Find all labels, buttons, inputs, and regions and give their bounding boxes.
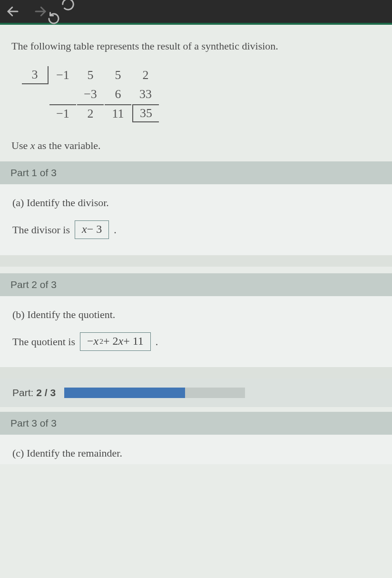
part-2-header: Part 2 of 3 xyxy=(0,273,392,296)
tableau-cell: −3 xyxy=(77,85,104,103)
part-3-header: Part 3 of 3 xyxy=(0,412,392,435)
part-2-block: Part 2 of 3 (b) Identify the quotient. T… xyxy=(0,273,392,367)
part-2-answer-line: The quotient is −x2 + 2x + 11 . xyxy=(12,332,380,351)
text: / xyxy=(42,387,50,398)
tableau-cell: −1 xyxy=(49,104,76,122)
part-1-prompt: (a) Identify the divisor. xyxy=(12,197,380,209)
answer-label: The quotient is xyxy=(12,336,75,348)
answer-label: The divisor is xyxy=(12,224,70,236)
tableau-cell: 11 xyxy=(105,104,131,122)
part-3-prompt: (c) Identify the remainder. xyxy=(12,447,380,459)
tableau-cell: 5 xyxy=(105,66,131,84)
text: . xyxy=(114,224,117,236)
text: + 2 xyxy=(103,335,118,348)
forward-icon[interactable] xyxy=(33,4,48,19)
part-3-block: Part 3 of 3 (c) Identify the remainder. xyxy=(0,412,392,464)
tableau-cell: −1 xyxy=(49,66,76,84)
divisor-answer-box[interactable]: x − 3 xyxy=(75,220,109,239)
text: − 3 xyxy=(87,223,102,236)
quotient-answer-box[interactable]: −x2 + 2x + 11 xyxy=(80,332,151,351)
part-1-block: Part 1 of 3 (a) Identify the divisor. Th… xyxy=(0,161,392,255)
part-1-header: Part 1 of 3 xyxy=(0,161,392,184)
variable-x: x xyxy=(118,335,124,348)
tableau-cell: 33 xyxy=(132,85,159,103)
page-content: The following table represents the resul… xyxy=(0,25,392,152)
tableau-cell: 2 xyxy=(77,104,104,122)
variable-x: x xyxy=(82,223,87,236)
text: + 11 xyxy=(123,335,144,348)
variable-x: x xyxy=(94,335,99,348)
tableau-cell: 2 xyxy=(132,66,159,84)
text: − xyxy=(87,335,94,348)
back-icon[interactable] xyxy=(6,4,20,19)
progress-label: Part: 2 / 3 xyxy=(12,387,56,399)
use-variable-text: Use x as the variable. xyxy=(11,140,381,152)
reload-icon[interactable] xyxy=(61,0,75,26)
progress-current: 2 xyxy=(36,387,42,398)
part-1-body: (a) Identify the divisor. The divisor is… xyxy=(0,184,392,255)
exponent: 2 xyxy=(99,337,103,346)
tableau-remainder: 35 xyxy=(132,104,159,122)
tableau-divisor: 3 xyxy=(22,66,49,84)
synthetic-division-table: 3 −1 5 5 2 −3 6 33 −1 2 11 35 xyxy=(21,65,160,123)
part-2-body: (b) Identify the quotient. The quotient … xyxy=(0,296,392,367)
part-3-body: (c) Identify the remainder. xyxy=(0,435,392,464)
progress-row: Part: 2 / 3 xyxy=(0,379,392,407)
text: Part: xyxy=(12,387,36,398)
progress-bar xyxy=(64,388,245,398)
text: . xyxy=(156,336,158,348)
progress-total: 3 xyxy=(50,387,56,398)
text: as the variable. xyxy=(35,140,100,151)
tableau-cell xyxy=(49,85,76,103)
browser-nav-bar xyxy=(0,0,392,25)
intro-text: The following table represents the resul… xyxy=(11,38,381,54)
tableau-cell: 5 xyxy=(77,66,104,84)
part-2-prompt: (b) Identify the quotient. xyxy=(12,309,380,321)
part-1-answer-line: The divisor is x − 3 . xyxy=(12,220,380,239)
progress-fill xyxy=(64,388,185,398)
text: Use xyxy=(11,140,30,151)
tableau-cell: 6 xyxy=(105,85,131,103)
